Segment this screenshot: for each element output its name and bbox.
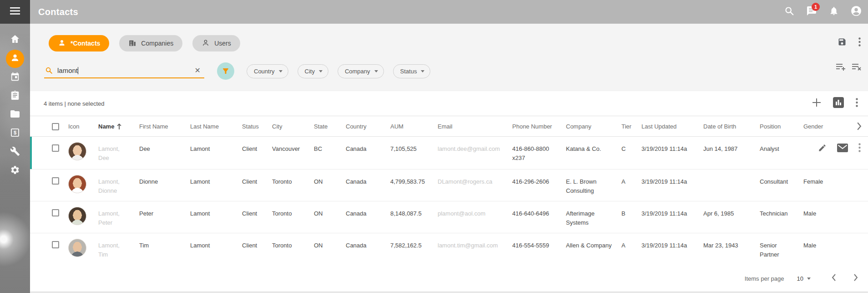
row-checkbox[interactable]	[52, 241, 59, 248]
person-icon	[58, 39, 66, 48]
column-header-aum[interactable]: AUM	[390, 116, 438, 136]
folder-icon	[10, 108, 20, 121]
filter-label: Country	[254, 68, 275, 75]
cell-last-updated: 3/19/2019 11:14a	[641, 170, 703, 201]
column-header-company[interactable]: Company	[566, 116, 621, 136]
scroll-columns-right-button[interactable]	[853, 116, 868, 136]
contact-avatar	[68, 207, 86, 225]
sidebar-items: $	[0, 24, 30, 180]
row-checkbox[interactable]	[52, 144, 59, 152]
chart-view-button[interactable]	[833, 97, 844, 110]
edit-contact-button[interactable]	[818, 144, 827, 154]
column-header-label: AUM	[390, 123, 404, 130]
chevron-down-icon	[279, 70, 283, 72]
pencil-icon	[818, 144, 827, 154]
search-input[interactable]: lamont ✕	[44, 64, 204, 78]
cell-aum: 7,105,525	[390, 137, 438, 169]
contacts-person-icon	[10, 52, 20, 65]
contact-name: Lamont, Peter	[98, 209, 125, 227]
column-header-gender[interactable]: Gender	[803, 116, 853, 136]
topbar-chat-button[interactable]: 1	[805, 5, 818, 18]
tab-users[interactable]: Users	[192, 35, 240, 51]
table-row[interactable]: Lamont, DionneDionneLamontClientTorontoO…	[30, 170, 868, 201]
view-more-button[interactable]	[858, 37, 861, 48]
column-header-status[interactable]: Status	[242, 116, 272, 136]
cell-name: Lamont, Dionne	[98, 170, 139, 201]
table-row[interactable]: Lamont, TimTimLamontClientTorontoONCanad…	[30, 233, 868, 265]
selection-summary-bar: 4 items | none selected	[30, 91, 868, 116]
items-per-page-select[interactable]: 10	[797, 275, 811, 282]
clear-search-icon[interactable]: ✕	[193, 66, 202, 75]
column-header-label: Country	[346, 123, 367, 130]
sidebar-item-settings[interactable]	[6, 162, 24, 180]
cell-last-updated: 3/19/2019 11:14a	[641, 201, 703, 233]
topbar-notifications-button[interactable]	[828, 5, 840, 18]
column-header-label: Last Name	[190, 123, 219, 130]
email-contact-button[interactable]	[837, 144, 848, 154]
sidebar-item-tasks[interactable]	[6, 87, 24, 105]
search-icon	[784, 6, 794, 18]
column-header-date-of-birth[interactable]: Date of Birth	[703, 116, 760, 136]
filter-dropdowns: CountryCityCompanyStatus	[247, 64, 430, 78]
table-toolbar	[812, 97, 858, 110]
column-header-city[interactable]: City	[272, 116, 314, 136]
column-header-tier[interactable]: Tier	[621, 116, 641, 136]
column-header-name[interactable]: Name	[98, 116, 139, 136]
save-view-button[interactable]	[838, 37, 847, 48]
column-header-icon[interactable]: Icon	[68, 116, 98, 136]
cell-company: Allen & Company	[566, 233, 621, 265]
sidebar-item-documents[interactable]	[6, 106, 24, 124]
row-checkbox[interactable]	[52, 177, 59, 185]
sidebar-item-home[interactable]	[6, 31, 24, 49]
sidebar-item-calendar[interactable]	[6, 68, 24, 87]
cell-gender: Male	[803, 233, 853, 265]
column-header-phone-number[interactable]: Phone Number	[512, 116, 566, 136]
playlist-add-icon[interactable]	[836, 62, 846, 72]
chevron-down-icon	[319, 70, 323, 72]
user-outline-icon	[202, 39, 210, 48]
previous-page-button[interactable]	[830, 272, 838, 285]
filter-dropdown-city[interactable]: City	[298, 64, 328, 78]
select-all-checkbox[interactable]	[52, 123, 59, 130]
row-checkbox[interactable]	[52, 209, 59, 216]
mail-icon	[837, 144, 848, 154]
topbar-account-button[interactable]	[850, 5, 863, 18]
filter-dropdown-country[interactable]: Country	[247, 64, 288, 78]
filter-dropdown-status[interactable]: Status	[393, 64, 431, 78]
hamburger-menu-button[interactable]	[0, 0, 30, 24]
chat-badge: 1	[812, 3, 820, 11]
entity-tabs: *ContactsCompaniesUsers	[49, 35, 240, 51]
filter-dropdown-company[interactable]: Company	[338, 64, 384, 78]
column-header-state[interactable]: State	[314, 116, 346, 136]
cell-status: Client	[242, 170, 272, 201]
column-header-last-name[interactable]: Last Name	[190, 116, 242, 136]
cell-name: Lamont, Peter	[98, 201, 139, 233]
clipboard-icon	[10, 90, 20, 102]
column-header-last-updated[interactable]: Last Updated	[641, 116, 703, 136]
table-more-button[interactable]	[856, 98, 858, 109]
next-page-button[interactable]	[852, 272, 860, 285]
playlist-remove-icon[interactable]	[852, 62, 862, 72]
filter-funnel-button[interactable]	[217, 62, 234, 80]
sidebar-item-contacts[interactable]	[6, 50, 24, 68]
column-header-first-name[interactable]: First Name	[139, 116, 190, 136]
chevron-down-icon	[807, 278, 811, 280]
column-header-country[interactable]: Country	[346, 116, 390, 136]
row-more-button[interactable]	[858, 143, 861, 154]
row-gutter	[30, 170, 52, 201]
topbar-search-button[interactable]	[783, 5, 796, 18]
add-contact-button[interactable]	[812, 98, 821, 109]
tab-contacts[interactable]: *Contacts	[49, 35, 109, 51]
contacts-table-card: 4 items | none selected	[30, 91, 868, 292]
sidebar-item-tools[interactable]	[6, 143, 24, 161]
tab-companies[interactable]: Companies	[119, 35, 182, 51]
row-end-spacer	[853, 170, 868, 201]
column-header-email[interactable]: Email	[438, 116, 512, 136]
cell-country: Canada	[346, 233, 390, 265]
column-header-position[interactable]: Position	[760, 116, 803, 136]
sidebar-item-billing[interactable]: $	[6, 124, 24, 143]
cell-name: Lamont, Tim	[98, 233, 139, 265]
table-row[interactable]: Lamont, PeterPeterLamontClientTorontoONC…	[30, 201, 868, 233]
table-row[interactable]: Lamont, DeeDeeLamontClientVancouverBCCan…	[30, 137, 868, 170]
hamburger-icon	[10, 7, 20, 16]
